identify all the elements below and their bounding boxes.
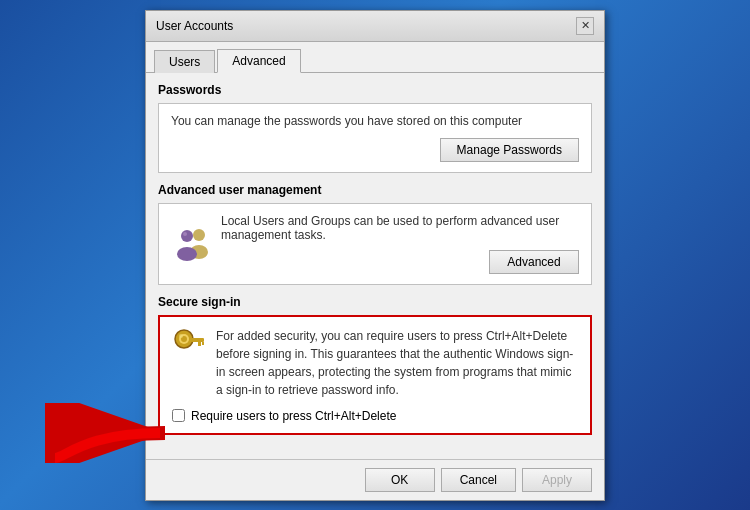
passwords-box: You can manage the passwords you have st… (158, 103, 592, 173)
user-accounts-dialog: User Accounts ✕ Users Advanced Passwords… (145, 10, 605, 501)
secure-content-row: For added security, you can require user… (172, 327, 578, 399)
require-ctrl-alt-del-label: Require users to press Ctrl+Alt+Delete (191, 409, 396, 423)
dialog-footer: OK Cancel Apply (146, 459, 604, 500)
key-svg-icon (172, 327, 206, 361)
advanced-management-title: Advanced user management (158, 183, 592, 197)
advanced-management-content: Local Users and Groups can be used to pe… (221, 214, 579, 274)
cancel-button[interactable]: Cancel (441, 468, 516, 492)
svg-point-4 (177, 247, 197, 261)
advanced-management-box: Local Users and Groups can be used to pe… (158, 203, 592, 285)
secure-text-content: For added security, you can require user… (216, 327, 578, 399)
svg-point-1 (193, 229, 205, 241)
title-bar: User Accounts ✕ (146, 11, 604, 42)
advanced-management-description: Local Users and Groups can be used to pe… (221, 214, 579, 242)
ok-button[interactable]: OK (365, 468, 435, 492)
close-button[interactable]: ✕ (576, 17, 594, 35)
tab-advanced[interactable]: Advanced (217, 49, 300, 73)
svg-point-5 (183, 232, 187, 236)
advanced-management-section: Advanced user management (158, 183, 592, 285)
secure-signin-section: Secure sign-in (158, 295, 592, 435)
dialog-title: User Accounts (156, 19, 233, 33)
secure-signin-title: Secure sign-in (158, 295, 592, 309)
tabs-bar: Users Advanced (146, 42, 604, 73)
svg-point-3 (181, 230, 193, 242)
svg-rect-9 (191, 338, 204, 342)
passwords-title: Passwords (158, 83, 592, 97)
red-arrow (45, 403, 175, 463)
dialog-content: Passwords You can manage the passwords y… (146, 73, 604, 455)
manage-passwords-button[interactable]: Manage Passwords (440, 138, 579, 162)
users-svg-icon (171, 226, 211, 262)
passwords-description: You can manage the passwords you have st… (171, 114, 579, 128)
checkbox-row: Require users to press Ctrl+Alt+Delete (172, 409, 578, 423)
secure-signin-box: For added security, you can require user… (158, 315, 592, 435)
key-icon (172, 327, 206, 364)
svg-rect-10 (198, 342, 201, 346)
advanced-button[interactable]: Advanced (489, 250, 579, 274)
tab-users[interactable]: Users (154, 50, 215, 73)
apply-button[interactable]: Apply (522, 468, 592, 492)
passwords-section: Passwords You can manage the passwords y… (158, 83, 592, 173)
svg-point-12 (179, 334, 183, 338)
users-icon (171, 224, 211, 264)
advanced-management-row: Local Users and Groups can be used to pe… (171, 214, 579, 274)
svg-rect-11 (202, 342, 204, 345)
